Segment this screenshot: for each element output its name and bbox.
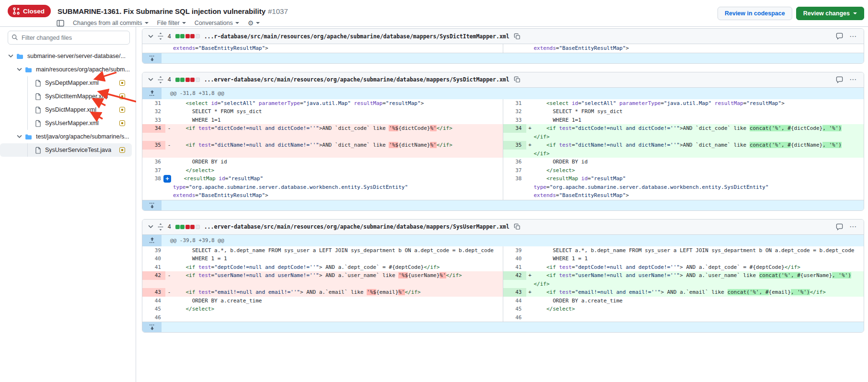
line-number[interactable]: 35 [503,141,526,150]
expand-up-button[interactable] [142,88,162,99]
line-number[interactable]: 45 [503,305,526,313]
tree-folder-test-java-org-apache-submarine-s-[interactable]: test/java/org/apache/submarine/s... [0,130,132,143]
line-number[interactable]: 33 [142,116,165,125]
line-number[interactable]: 38 [142,174,165,183]
line-number[interactable]: 36 [503,158,526,166]
kebab-menu-button[interactable]: ⋯ [847,32,859,41]
diff-line-row: 43- <if test="email!=null and email!=''"… [142,288,864,297]
tree-file-sysdictmapper-xml[interactable]: SysDictMapper.xml [0,103,132,116]
tree-file-sysusermapper-xml[interactable]: SysUserMapper.xml [0,116,132,130]
changed-lines-count: 4 [168,33,171,40]
line-number[interactable]: 34 [142,124,165,133]
review-changes-button[interactable]: Review changes [796,7,864,20]
code-line: ORDER BY id [173,158,503,166]
tree-folder-submarine-server-server-database-[interactable]: submarine-server/server-database/... [0,49,132,63]
code-line: <if test="dictName!=null and dictName!='… [534,141,864,158]
line-number[interactable]: 45 [142,305,165,313]
drag-handle-icon[interactable] [158,76,163,83]
code-line: extends="BaseEntityResultMap"> [173,191,503,200]
line-number[interactable]: 43 [142,288,165,297]
code-line: <if test="email!=null and email!=''"> AN… [534,288,864,297]
copy-path-button[interactable] [514,76,521,83]
expand-up-button[interactable] [142,235,162,246]
line-number[interactable]: 36 [142,158,165,166]
diff-cell-new: 38 <resultMap id="resultMap" [503,174,864,183]
line-number[interactable]: 34 [503,124,526,133]
line-number[interactable]: 31 [503,99,526,108]
diff-stat-block-del [190,34,195,38]
diff-stat-block-add [180,225,185,229]
line-number[interactable]: 37 [142,166,165,175]
drag-handle-icon[interactable] [158,223,163,231]
line-number[interactable]: 44 [503,297,526,305]
code-line: SELECT a.*, b.dept_name FROM sys_user a … [173,246,503,255]
line-number[interactable]: 39 [503,246,526,255]
collapse-file-chevron-icon[interactable] [148,35,153,38]
comment-icon[interactable] [836,33,843,40]
diff-settings-gear-button[interactable]: ⚙ [248,19,260,27]
line-number[interactable]: 32 [503,107,526,116]
tree-file-sysdeptmapper-xml[interactable]: SysDeptMapper.xml [0,76,132,90]
drag-handle-icon[interactable] [158,33,163,40]
line-number[interactable]: 35 [142,141,165,150]
kebab-menu-button[interactable]: ⋯ [847,222,859,231]
code-line: SELECT a.*, b.dept_name FROM sys_user a … [534,246,864,255]
tree-file-sysuserservicetest-java[interactable]: SysUserServiceTest.java [0,143,132,157]
file-filter-dropdown[interactable]: File filter [157,20,186,26]
line-number[interactable]: 40 [142,255,165,263]
copy-path-button[interactable] [514,223,521,230]
line-number[interactable]: 33 [503,116,526,125]
pr-number: #1037 [268,7,288,15]
line-number[interactable]: 46 [142,313,165,322]
file-modified-icon [119,93,125,99]
diff-cell-new: 36 ORDER BY id [503,158,864,166]
line-number[interactable]: 31 [142,99,165,108]
diff-stat-block-del [185,34,190,38]
expand-down-button[interactable] [142,322,162,332]
tree-file-sysdictitemmapper-xml[interactable]: SysDictItemMapper.xml [0,90,132,103]
tree-folder-main-resources-org-apache-subm-[interactable]: main/resources/org/apache/subm... [0,63,132,76]
diff-file-header: 4...erver-database/src/main/resources/or… [142,220,864,235]
code-line: </select> [173,305,503,313]
conversations-dropdown[interactable]: Conversations [195,20,239,26]
review-in-codespace-button[interactable]: Review in codespace [718,7,792,20]
file-icon [35,93,41,100]
diff-cell-old: 39 SELECT a.*, b.dept_name FROM sys_user… [142,246,503,255]
folder-icon [25,67,32,73]
line-number[interactable]: 32 [142,107,165,116]
diff-cell-old: extends="BaseEntityResultMap"> [142,191,503,200]
code-line: ORDER BY id [534,158,864,166]
file-tree-toggle-button[interactable] [57,20,64,27]
line-number[interactable]: 40 [503,255,526,263]
diff-stat-block-add [175,34,180,38]
file-tree: submarine-server/server-database/...main… [0,47,136,157]
comment-icon[interactable] [836,76,843,83]
line-number[interactable]: 37 [503,166,526,175]
copy-path-button[interactable] [514,33,521,40]
diff-line-row: 40 WHERE 1 = 140 WHERE 1 = 1 [142,255,864,263]
code-line: </select> [534,166,864,175]
expand-diff-row [142,53,864,63]
changes-from-all-commits-dropdown[interactable]: Changes from all commits [73,20,149,26]
line-number[interactable]: 38 [503,174,526,183]
diff-line-row: 33 WHERE 1=133 WHERE 1=1 [142,116,864,125]
expand-down-button[interactable] [142,200,162,210]
add-comment-plus-button[interactable]: + [163,175,171,183]
collapse-file-chevron-icon[interactable] [148,225,153,229]
expand-down-button[interactable] [142,53,162,63]
line-number[interactable]: 46 [503,313,526,322]
line-number[interactable]: 39 [142,246,165,255]
diff-cell-new: 43+ <if test="email!=null and email!=''"… [503,288,864,297]
comment-icon[interactable] [836,223,843,231]
collapse-file-chevron-icon[interactable] [148,78,153,81]
line-number[interactable]: 44 [142,297,165,305]
line-number[interactable]: 43 [503,288,526,297]
filter-changed-files-input[interactable] [8,31,130,45]
expand-diff-row [142,322,864,332]
line-number[interactable]: 41 [142,263,165,272]
line-number[interactable]: 42 [503,271,526,280]
kebab-menu-button[interactable]: ⋯ [847,75,859,84]
line-number[interactable]: 42 [142,271,165,280]
line-number[interactable]: 41 [503,263,526,272]
code-line: </select> [173,166,503,175]
